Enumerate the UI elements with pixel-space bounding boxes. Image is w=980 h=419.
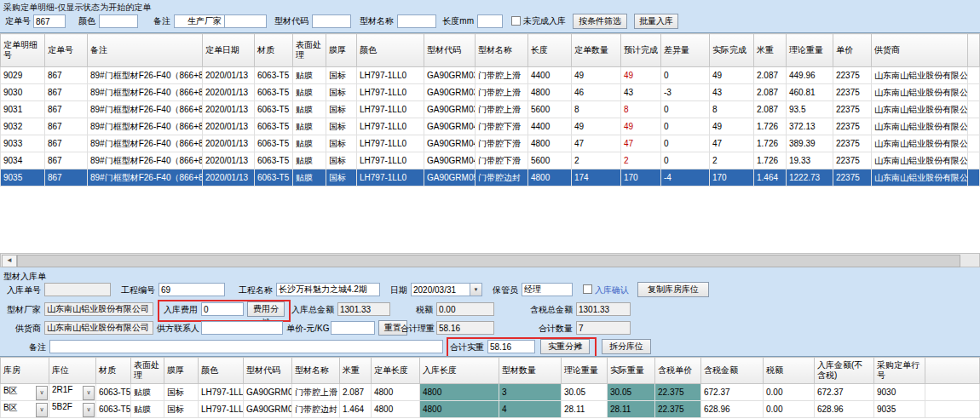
column-header[interactable]: 供货商 — [872, 34, 968, 67]
cell[interactable]: 国标 — [326, 118, 357, 135]
column-header[interactable]: 实际完成 — [710, 34, 754, 67]
dropdown-arrow-icon[interactable]: ∨ — [83, 386, 95, 400]
column-header[interactable]: 表面处理 — [293, 34, 326, 67]
cell[interactable]: 2020/01/13 — [203, 135, 255, 152]
cell[interactable]: 47 — [710, 135, 754, 152]
cell[interactable]: 867 — [45, 101, 88, 118]
column-header[interactable]: 定单号 — [45, 34, 88, 67]
table-row[interactable]: B区∨5B2F∨6063-T5贴膜国标LH797-1LL0GA90GRM05门带… — [1, 401, 980, 418]
fee-share-button[interactable]: 费用分摊 — [247, 301, 285, 317]
cell[interactable]: 0.00 — [764, 384, 815, 401]
manufacturer-input[interactable] — [44, 302, 153, 316]
supplier-contact-input[interactable] — [201, 321, 283, 335]
column-header[interactable]: 定单明细号 — [1, 34, 45, 67]
cell[interactable]: 2.087 — [754, 84, 787, 101]
cell[interactable]: LH797-1LL0 — [357, 101, 424, 118]
cell[interactable]: 2 — [621, 152, 661, 169]
column-header[interactable]: 税额 — [764, 358, 815, 384]
cell[interactable]: 22.375 — [655, 384, 701, 401]
table-row[interactable]: 903586789#门框型材F26-F40（866+867）2020/01/13… — [1, 169, 980, 187]
cell[interactable]: 372.13 — [787, 118, 833, 135]
cell[interactable]: 贴膜 — [131, 401, 164, 418]
cell[interactable]: GA90GRM03 — [244, 384, 292, 401]
cell[interactable]: 2R1F∨ — [49, 384, 96, 401]
cell[interactable]: 门带腔下滑 — [476, 152, 528, 169]
cell[interactable]: 89#门框型材F26-F40（866+867） — [88, 118, 203, 135]
cell[interactable]: 山东南山铝业股份有限公司 — [872, 152, 968, 169]
table-row[interactable]: B区∨2R1F∨6063-T5贴膜国标LH797-1LL0GA90GRM03门带… — [1, 384, 980, 401]
split-location-button[interactable]: 拆分库位 — [602, 339, 651, 354]
cell[interactable]: 0.00 — [764, 401, 815, 418]
profile-name-filter-input[interactable] — [397, 14, 436, 28]
cell[interactable]: 22375 — [833, 169, 872, 187]
cell[interactable]: 4800 — [420, 401, 499, 418]
cell[interactable]: 0 — [661, 118, 710, 135]
dropdown-arrow-icon[interactable]: ∨ — [83, 403, 95, 417]
cell[interactable]: 867 — [45, 84, 88, 101]
cell[interactable]: 6063-T5 — [96, 401, 131, 418]
column-header[interactable]: 材质 — [96, 358, 131, 384]
cell[interactable]: 9029 — [1, 67, 45, 84]
theory-weight-input[interactable] — [436, 321, 494, 335]
cell[interactable]: 2020/01/13 — [203, 118, 255, 135]
cell[interactable]: 国标 — [326, 67, 357, 84]
cell[interactable]: 门带腔下滑 — [476, 135, 528, 152]
column-header[interactable]: 入库金额(不含税) — [815, 358, 874, 384]
unit-price-input[interactable] — [331, 321, 375, 335]
column-header[interactable]: 差异量 — [661, 34, 710, 67]
cell[interactable]: 9032 — [1, 118, 45, 135]
profile-code-filter-input[interactable] — [312, 14, 351, 28]
column-header[interactable]: 实际重量 — [608, 358, 655, 384]
table-row[interactable]: 903186789#门框型材F26-F40（866+867）2020/01/13… — [1, 101, 980, 118]
cell[interactable]: 6063-T5 — [255, 118, 293, 135]
cell[interactable]: 867 — [45, 152, 88, 169]
cell[interactable]: 国标 — [326, 169, 357, 187]
cell[interactable]: 门带腔上滑 — [476, 101, 528, 118]
cell[interactable]: 山东南山铝业股份有限公司 — [872, 84, 968, 101]
cell[interactable]: 4800 — [420, 384, 499, 401]
fee-input[interactable] — [201, 302, 244, 316]
cell[interactable]: GA90GRM05 — [244, 401, 292, 418]
cell[interactable]: 89#门框型材F26-F40（866+867） — [88, 67, 203, 84]
column-header[interactable]: 库位 — [49, 358, 96, 384]
table-row[interactable]: 903086789#门框型材F26-F40（866+867）2020/01/13… — [1, 84, 980, 101]
cell[interactable]: 0 — [661, 135, 710, 152]
cell[interactable]: 9030 — [1, 84, 45, 101]
cell[interactable]: 5600 — [528, 152, 572, 169]
cell[interactable]: 89#门框型材F26-F40（866+867） — [88, 169, 203, 187]
column-header[interactable]: 米重 — [754, 34, 787, 67]
cell[interactable]: 8 — [621, 101, 661, 118]
cell[interactable]: 93.5 — [787, 101, 833, 118]
dropdown-arrow-icon[interactable]: ∨ — [36, 403, 48, 417]
cell[interactable]: 43 — [710, 84, 754, 101]
cell[interactable]: 6063-T5 — [255, 101, 293, 118]
scrollbar-thumb[interactable] — [17, 255, 960, 267]
cell[interactable]: 国标 — [326, 84, 357, 101]
cell[interactable]: 22.375 — [655, 401, 701, 418]
cell[interactable]: 国标 — [326, 135, 357, 152]
cell[interactable]: 89#门框型材F26-F40（866+867） — [88, 135, 203, 152]
cell[interactable]: 2.087 — [754, 67, 787, 84]
scroll-left-button[interactable]: ◄ — [2, 255, 17, 267]
cell[interactable]: 30.05 — [608, 384, 655, 401]
cell[interactable]: 89#门框型材F26-F40（866+867） — [88, 101, 203, 118]
column-header[interactable]: 理论重量 — [562, 358, 608, 384]
cell[interactable]: 2.087 — [340, 384, 372, 401]
column-header[interactable]: 材质 — [255, 34, 293, 67]
cell[interactable]: GA90GRM05 — [424, 169, 476, 187]
column-header[interactable]: 含税金额 — [701, 358, 764, 384]
column-header[interactable]: 型材名称 — [292, 358, 340, 384]
dropdown-arrow-icon[interactable]: ∨ — [36, 386, 48, 400]
cell[interactable]: 国标 — [326, 101, 357, 118]
column-header[interactable]: 定单长度 — [372, 358, 420, 384]
cell[interactable]: 国标 — [164, 384, 199, 401]
cell[interactable]: 山东南山铝业股份有限公司 — [872, 118, 968, 135]
color-input[interactable] — [99, 14, 138, 28]
table-row[interactable]: 902986789#门框型材F26-F40（866+867）2020/01/13… — [1, 67, 980, 84]
cell[interactable]: 2020/01/13 — [203, 101, 255, 118]
cell[interactable]: 6063-T5 — [255, 169, 293, 187]
cell[interactable]: 170 — [710, 169, 754, 187]
project-name-input[interactable] — [276, 283, 380, 296]
column-header[interactable]: 库房 — [1, 358, 49, 384]
cell[interactable]: 4400 — [528, 67, 572, 84]
